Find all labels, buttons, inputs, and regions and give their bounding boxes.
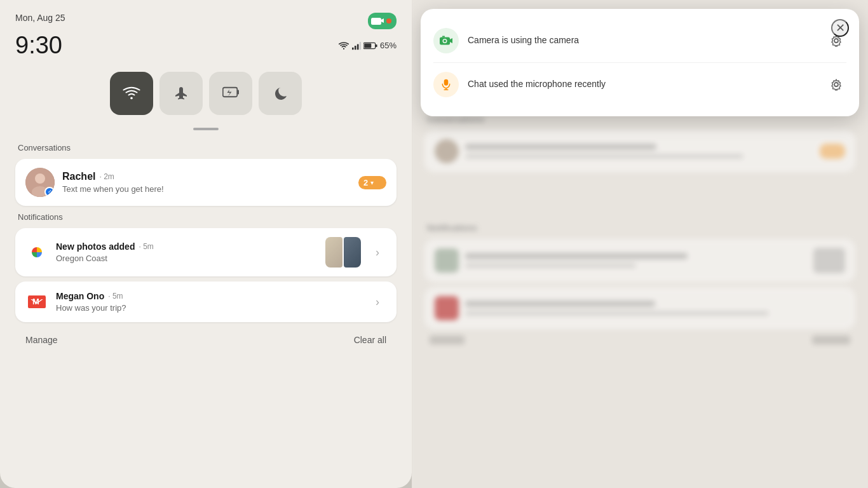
mic-perm-text: Chat used the microphone recently	[468, 78, 817, 91]
photos-thumbnail	[325, 237, 361, 268]
photos-notif-title: New photos added	[56, 241, 135, 252]
camera-perm-icon	[439, 34, 453, 48]
reply-badge[interactable]: 2 ▾	[358, 176, 386, 189]
mic-perm-icon	[440, 79, 452, 90]
svg-text:M: M	[32, 297, 39, 306]
airplane-tile-icon	[173, 85, 189, 102]
svg-rect-8	[376, 44, 377, 46]
svg-rect-5	[357, 44, 359, 50]
clear-all-button[interactable]: Clear all	[349, 332, 391, 348]
megan-sender: Megan Ono	[56, 291, 104, 301]
wifi-icon	[338, 41, 349, 50]
notification-shade: Mon, Aug 25 9:30	[0, 0, 412, 488]
gmail-svg: M	[27, 292, 47, 312]
battery-saver-tile[interactable]	[209, 72, 252, 115]
thumb-img-2	[344, 237, 361, 268]
gmail-notification[interactable]: M Megan Ono · 5m How was your trip? ›	[15, 281, 397, 322]
mic-badge-dot	[386, 18, 391, 24]
battery-icon	[363, 42, 377, 50]
blurred-notif-2	[424, 287, 855, 329]
blurred-conv-item	[424, 130, 855, 172]
camera-perm-text: Camera is using the camera	[468, 34, 817, 47]
svg-marker-22	[450, 38, 452, 43]
rachel-avatar	[25, 168, 55, 197]
bottom-actions: Manage Clear all	[15, 327, 397, 348]
rachel-message: Text me when you get here!	[62, 184, 351, 194]
svg-rect-9	[364, 43, 371, 48]
mic-permission-item: Chat used the microphone recently	[433, 63, 846, 104]
svg-point-21	[444, 40, 446, 43]
conversations-label: Conversations	[15, 143, 397, 152]
svg-rect-4	[355, 46, 356, 50]
camera-perm-icon-bg	[433, 28, 459, 53]
dialog-close-button[interactable]: ✕	[831, 19, 849, 37]
blurred-actions	[424, 336, 855, 344]
svg-point-24	[834, 39, 838, 43]
photos-notification[interactable]: New photos added · 5m Oregon Coast ›	[15, 228, 397, 276]
mic-perm-icon-bg	[433, 72, 459, 97]
svg-rect-6	[360, 41, 361, 49]
airplane-tile[interactable]	[159, 72, 203, 115]
signal-icon	[352, 41, 361, 50]
conversation-card-rachel[interactable]: Rachel · 2m Text me when you get here! 2…	[15, 159, 397, 206]
rachel-name: Rachel	[62, 171, 95, 182]
notifications-section: Notifications New photos	[15, 212, 397, 348]
svg-rect-0	[371, 18, 381, 25]
svg-rect-12	[238, 90, 240, 95]
photos-notif-body: Oregon Coast	[56, 254, 318, 263]
status-bar: Mon, Aug 25	[15, 13, 397, 29]
camera-mic-badge	[368, 13, 397, 29]
photos-notif-time: · 5m	[139, 242, 153, 251]
permission-dialog: ✕ Camera is using the camera	[421, 9, 859, 116]
dark-mode-tile[interactable]	[259, 72, 302, 115]
reply-count: 2	[363, 178, 368, 187]
system-indicators: 65%	[338, 41, 397, 50]
blurred-notif-1	[424, 239, 855, 282]
photos-notif-content: New photos added · 5m Oregon Coast	[56, 241, 318, 263]
right-panel: Conversations Notifications	[412, 0, 868, 488]
status-time: 9:30	[15, 32, 62, 59]
google-photos-svg	[27, 242, 47, 262]
mic-gear-icon	[830, 78, 843, 91]
blurred-notifications-label: Notifications	[424, 223, 855, 233]
svg-rect-25	[444, 79, 449, 86]
google-photos-app-icon	[25, 241, 48, 264]
quick-tiles	[15, 72, 397, 115]
drag-handle	[193, 128, 219, 130]
svg-rect-3	[352, 47, 354, 50]
megan-notif-time: · 5m	[108, 292, 123, 301]
photos-title-row: New photos added · 5m	[56, 241, 318, 252]
svg-rect-23	[442, 36, 445, 37]
status-time-row: 9:30 65%	[15, 32, 397, 59]
rachel-conv-content: Rachel · 2m Text me when you get here!	[62, 171, 351, 194]
notifications-label: Notifications	[15, 212, 397, 222]
reply-chevron: ▾	[370, 179, 374, 186]
megan-notif-content: Megan Ono · 5m How was your trip?	[56, 291, 361, 313]
mic-settings-button[interactable]	[826, 74, 846, 95]
wifi-tile-icon	[123, 86, 140, 100]
wifi-tile[interactable]	[110, 72, 153, 115]
svg-point-10	[130, 97, 133, 100]
thumb-img-1	[325, 237, 342, 268]
svg-point-28	[834, 83, 838, 86]
megan-notif-body: How was your trip?	[56, 303, 361, 313]
photos-notif-chevron[interactable]: ›	[369, 243, 386, 261]
status-date: Mon, Aug 25	[15, 13, 65, 23]
megan-title-row: Megan Ono · 5m	[56, 291, 361, 301]
battery-saver-icon	[222, 86, 239, 100]
moon-icon	[273, 86, 287, 101]
megan-notif-chevron[interactable]: ›	[369, 293, 386, 311]
svg-marker-1	[381, 18, 384, 23]
rachel-name-row: Rachel · 2m	[62, 171, 351, 182]
svg-point-2	[343, 48, 344, 49]
battery-percent: 65%	[380, 41, 397, 50]
verified-badge	[44, 187, 55, 197]
status-icons	[368, 13, 397, 29]
camera-permission-item: Camera is using the camera	[433, 22, 846, 63]
camera-badge-icon	[370, 14, 384, 28]
svg-point-14	[35, 173, 45, 184]
manage-button[interactable]: Manage	[20, 332, 63, 348]
rachel-time: · 2m	[99, 172, 114, 181]
gmail-app-icon: M	[25, 290, 48, 313]
